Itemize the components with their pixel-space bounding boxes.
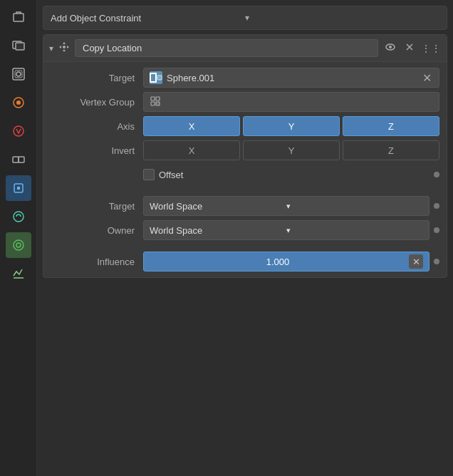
influence-value: 1.000 bbox=[150, 257, 406, 267]
target-label: Target bbox=[51, 73, 143, 83]
svg-rect-22 bbox=[151, 97, 155, 100]
vertex-group-row: Vertex Group bbox=[51, 92, 439, 112]
axis-x-button[interactable]: X bbox=[143, 116, 240, 136]
object-constraint-icon[interactable] bbox=[6, 147, 31, 172]
vertex-group-icon bbox=[150, 95, 161, 109]
owner-space-chevron-icon: ▾ bbox=[286, 226, 423, 235]
svg-rect-12 bbox=[17, 187, 20, 190]
visibility-icon[interactable] bbox=[382, 39, 398, 58]
influence-row: Influence 1.000 ✕ bbox=[51, 252, 439, 271]
influence-control: 1.000 ✕ bbox=[143, 252, 439, 271]
target-space-value: World Space bbox=[150, 201, 286, 212]
svg-rect-24 bbox=[151, 102, 155, 105]
svg-rect-23 bbox=[156, 97, 160, 100]
svg-point-17 bbox=[63, 46, 66, 48]
influence-dot bbox=[434, 259, 439, 264]
vertex-group-field[interactable] bbox=[143, 92, 439, 112]
add-constraint-dropdown[interactable]: Add Object Constraint ▾ bbox=[43, 6, 447, 30]
offset-control: Offset bbox=[143, 169, 439, 180]
axis-label: Axis bbox=[51, 121, 143, 132]
influence-field[interactable]: 1.000 ✕ bbox=[143, 252, 429, 271]
vertex-group-control bbox=[143, 92, 439, 112]
target-name-text: Sphere.001 bbox=[167, 73, 421, 83]
offset-checkbox-field: Offset bbox=[143, 169, 429, 180]
modifier-icon[interactable] bbox=[6, 204, 31, 229]
svg-point-5 bbox=[16, 72, 21, 76]
svg-point-19 bbox=[389, 46, 392, 48]
svg-rect-0 bbox=[14, 14, 24, 21]
panel-body: Target Sphere.001 ✕ bbox=[43, 62, 447, 277]
svg-rect-10 bbox=[19, 157, 24, 162]
axis-control: X Y Z bbox=[143, 116, 439, 136]
scene-icon[interactable] bbox=[6, 4, 31, 30]
offset-text: Offset bbox=[159, 170, 183, 180]
menu-icon[interactable]: ⋮⋮ bbox=[421, 43, 441, 54]
svg-rect-2 bbox=[16, 43, 24, 50]
target-space-row: Target World Space ▾ bbox=[51, 196, 439, 216]
color-icon[interactable] bbox=[6, 90, 31, 115]
invert-z-button[interactable]: Z bbox=[343, 140, 439, 160]
object-properties-icon[interactable] bbox=[6, 232, 31, 258]
view-layer-icon[interactable] bbox=[6, 33, 31, 58]
offset-checkbox[interactable] bbox=[143, 169, 155, 180]
timeline-icon[interactable] bbox=[6, 261, 31, 286]
invert-group: X Y Z bbox=[143, 140, 439, 160]
owner-space-value: World Space bbox=[150, 225, 286, 236]
add-constraint-chevron: ▾ bbox=[245, 13, 439, 23]
main-panel: Add Object Constraint ▾ ▾ Copy Location bbox=[37, 0, 453, 476]
vertex-group-label: Vertex Group bbox=[51, 97, 143, 108]
influence-reset-icon[interactable]: ✕ bbox=[409, 254, 423, 269]
svg-point-7 bbox=[16, 100, 21, 105]
target-space-dropdown[interactable]: World Space ▾ bbox=[143, 196, 429, 216]
invert-x-button[interactable]: X bbox=[143, 140, 240, 160]
axis-row: Axis X Y Z bbox=[51, 116, 439, 136]
spacer-2 bbox=[51, 244, 439, 247]
selected-object-icon[interactable] bbox=[6, 175, 31, 201]
owner-space-dot bbox=[434, 227, 439, 233]
move-handle-icon[interactable] bbox=[58, 41, 71, 56]
sidebar bbox=[0, 0, 37, 476]
add-constraint-label: Add Object Constraint bbox=[51, 13, 245, 24]
axis-group: X Y Z bbox=[143, 116, 439, 136]
owner-space-label: Owner bbox=[51, 225, 143, 236]
svg-rect-25 bbox=[156, 102, 160, 105]
svg-rect-21 bbox=[158, 76, 161, 79]
target-clear-icon[interactable]: ✕ bbox=[421, 70, 433, 86]
owner-space-dropdown[interactable]: World Space ▾ bbox=[143, 220, 429, 240]
panel-header: ▾ Copy Location bbox=[43, 35, 447, 62]
invert-control: X Y Z bbox=[143, 140, 439, 160]
invert-label: Invert bbox=[51, 145, 143, 156]
svg-point-13 bbox=[14, 212, 24, 222]
target-field[interactable]: Sphere.001 ✕ bbox=[143, 68, 439, 88]
close-icon[interactable] bbox=[402, 40, 417, 57]
target-space-label: Target bbox=[51, 201, 143, 212]
data-icon[interactable] bbox=[6, 118, 31, 144]
svg-point-14 bbox=[14, 240, 24, 250]
target-row: Target Sphere.001 ✕ bbox=[51, 68, 439, 88]
owner-space-row: Owner World Space ▾ bbox=[51, 220, 439, 240]
svg-point-8 bbox=[14, 126, 24, 136]
influence-label: Influence bbox=[51, 257, 143, 267]
svg-point-15 bbox=[16, 243, 21, 247]
target-space-control: World Space ▾ bbox=[143, 196, 439, 216]
invert-row: Invert X Y Z bbox=[51, 140, 439, 160]
offset-row: Offset bbox=[51, 165, 439, 185]
constraint-name-field[interactable]: Copy Location bbox=[75, 39, 378, 57]
svg-rect-3 bbox=[13, 68, 24, 80]
target-space-chevron-icon: ▾ bbox=[286, 202, 423, 211]
axis-z-button[interactable]: Z bbox=[343, 116, 439, 136]
collapse-arrow-icon[interactable]: ▾ bbox=[49, 43, 53, 53]
constraint-panel: ▾ Copy Location bbox=[43, 34, 447, 278]
target-space-dot bbox=[434, 203, 439, 209]
target-control: Sphere.001 ✕ bbox=[143, 68, 439, 88]
render-icon[interactable] bbox=[6, 61, 31, 87]
owner-space-control: World Space ▾ bbox=[143, 220, 439, 240]
svg-rect-9 bbox=[13, 157, 19, 162]
offset-dot-indicator bbox=[434, 172, 439, 177]
axis-y-button[interactable]: Y bbox=[243, 116, 340, 136]
spacer-1 bbox=[51, 189, 439, 192]
target-object-icon bbox=[150, 71, 162, 84]
invert-y-button[interactable]: Y bbox=[243, 140, 340, 160]
